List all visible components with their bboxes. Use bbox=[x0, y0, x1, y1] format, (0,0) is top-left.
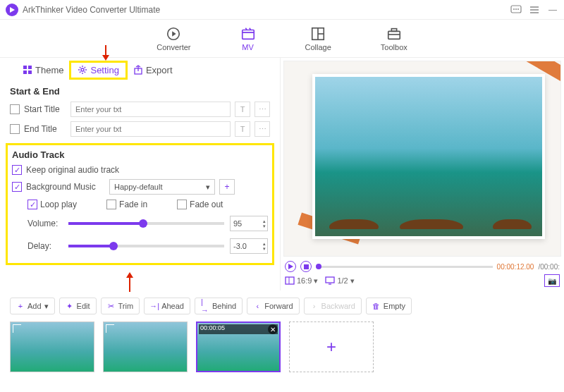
volume-slider[interactable] bbox=[68, 222, 224, 225]
start-title-text-style[interactable]: T bbox=[235, 102, 250, 117]
ratio-value: 16:9 bbox=[297, 276, 312, 285]
svg-point-23 bbox=[81, 68, 84, 71]
menu-icon[interactable] bbox=[529, 4, 540, 16]
delay-input[interactable]: -3.0 ▴▾ bbox=[230, 238, 268, 254]
ahead-button[interactable]: →|Ahead bbox=[144, 298, 190, 314]
clip-thumb-selected[interactable]: ✕ bbox=[196, 321, 281, 372]
aspect-ratio-select[interactable]: 16:9 ▾ bbox=[285, 276, 318, 286]
edit-button[interactable]: ✦Edit bbox=[59, 298, 97, 314]
chevron-down-icon: ▾ bbox=[44, 302, 49, 311]
clip-thumb[interactable] bbox=[10, 321, 94, 372]
svg-point-2 bbox=[513, 8, 515, 10]
volume-label: Volume: bbox=[27, 219, 63, 228]
clip-thumbnails: ✕ + bbox=[0, 317, 564, 376]
stepper-arrows-icon[interactable]: ▴▾ bbox=[263, 241, 266, 251]
clip-thumb[interactable] bbox=[103, 321, 188, 372]
trash-icon: 🗑 bbox=[372, 302, 381, 310]
remove-clip-button[interactable]: ✕ bbox=[268, 324, 278, 334]
end-title-options[interactable]: ⋯ bbox=[255, 121, 270, 137]
fade-out-checkbox[interactable] bbox=[177, 200, 187, 209]
left-panel: Theme Setting Export Start & End Start T… bbox=[0, 58, 281, 290]
annotation-arrow bbox=[124, 272, 135, 292]
start-title-label: Start Title bbox=[24, 104, 66, 114]
volume-value: 95 bbox=[233, 219, 242, 228]
end-title-input[interactable] bbox=[70, 121, 231, 137]
btn-label: Empty bbox=[384, 302, 405, 310]
btn-label: Behind bbox=[212, 302, 236, 310]
volume-input[interactable]: 95 ▴▾ bbox=[230, 216, 268, 231]
end-title-text-style[interactable]: T bbox=[235, 121, 250, 137]
play-button[interactable] bbox=[285, 261, 296, 272]
audio-track-panel: Audio Track Keep original audio track Ba… bbox=[6, 143, 274, 265]
bg-music-select[interactable]: Happy-default ▾ bbox=[109, 179, 215, 195]
forward-button[interactable]: ‹Forward bbox=[247, 298, 299, 314]
delay-slider[interactable] bbox=[68, 245, 224, 247]
bg-music-checkbox[interactable] bbox=[12, 182, 22, 192]
nav-toolbox[interactable]: Toolbox bbox=[381, 26, 407, 51]
behind-button[interactable]: |→Behind bbox=[195, 298, 243, 314]
section-start-end: Start & End bbox=[0, 82, 280, 99]
delay-value: -3.0 bbox=[233, 242, 247, 250]
tab-export[interactable]: Export bbox=[126, 62, 180, 78]
keep-original-checkbox[interactable] bbox=[12, 165, 22, 175]
tab-setting[interactable]: Setting bbox=[70, 62, 125, 78]
svg-rect-15 bbox=[391, 28, 396, 31]
nav-converter[interactable]: Converter bbox=[157, 26, 190, 51]
chevron-down-icon: ▾ bbox=[206, 183, 210, 192]
stepper-arrows-icon[interactable]: ▴▾ bbox=[263, 219, 266, 228]
bg-music-add-button[interactable]: + bbox=[219, 179, 235, 195]
start-title-options[interactable]: ⋯ bbox=[255, 102, 270, 117]
add-button[interactable]: +Add▾ bbox=[10, 298, 55, 314]
top-nav: Converter MV Collage Toolbox bbox=[0, 20, 564, 58]
bg-music-value: Happy-default bbox=[114, 183, 163, 191]
annotation-arrow bbox=[100, 44, 111, 61]
loop-label: Loop play bbox=[40, 200, 77, 209]
clip-toolbar: +Add▾ ✦Edit ✂Trim →|Ahead |→Behind ‹Forw… bbox=[0, 295, 564, 317]
end-title-checkbox[interactable] bbox=[10, 124, 20, 134]
svg-point-3 bbox=[515, 8, 517, 10]
tab-label: Theme bbox=[35, 65, 63, 75]
svg-marker-25 bbox=[126, 272, 133, 278]
btn-label: Ahead bbox=[161, 302, 184, 310]
left-tabs: Theme Setting Export bbox=[0, 58, 280, 82]
time-total: /00:00: bbox=[538, 263, 560, 271]
scissors-icon: ✂ bbox=[107, 302, 116, 311]
delay-label: Delay: bbox=[27, 241, 63, 251]
section-audio-track: Audio Track bbox=[12, 148, 268, 163]
start-title-input[interactable] bbox=[70, 102, 231, 117]
start-title-checkbox[interactable] bbox=[10, 104, 20, 114]
chevron-down-icon: ▾ bbox=[350, 276, 355, 286]
svg-rect-21 bbox=[23, 71, 27, 74]
minimize-icon[interactable]: — bbox=[547, 4, 558, 16]
time-current: 00:00:12.00 bbox=[497, 263, 534, 271]
loop-play-checkbox[interactable] bbox=[27, 200, 37, 209]
titlebar: ArkThinker Video Converter Ultimate — bbox=[0, 0, 564, 20]
nav-mv[interactable]: MV bbox=[240, 26, 256, 51]
fade-in-checkbox[interactable] bbox=[106, 200, 116, 209]
star-icon: ✦ bbox=[66, 302, 74, 311]
progress-bar[interactable] bbox=[316, 266, 493, 268]
feedback-icon[interactable] bbox=[510, 4, 522, 16]
snapshot-button[interactable]: 📷 bbox=[544, 274, 560, 287]
tab-label: Setting bbox=[90, 65, 118, 75]
back-icon: ‹ bbox=[253, 302, 262, 310]
tab-theme[interactable]: Theme bbox=[16, 62, 70, 78]
btn-label: Trim bbox=[118, 302, 134, 310]
scale-select[interactable]: 1/2 ▾ bbox=[325, 276, 354, 286]
empty-button[interactable]: 🗑Empty bbox=[366, 298, 412, 314]
svg-marker-27 bbox=[288, 264, 293, 269]
fwd-icon: › bbox=[310, 302, 319, 310]
svg-rect-14 bbox=[388, 31, 400, 39]
svg-point-4 bbox=[517, 8, 519, 10]
svg-rect-31 bbox=[326, 277, 334, 283]
add-clip-button[interactable]: + bbox=[289, 321, 374, 372]
svg-marker-9 bbox=[173, 31, 177, 36]
app-title: ArkThinker Video Converter Ultimate bbox=[23, 5, 510, 15]
preview-controls: 00:00:12.00/00:00: 16:9 ▾ 1/2 ▾ 📷 bbox=[281, 259, 564, 289]
stop-button[interactable] bbox=[300, 261, 312, 272]
svg-rect-20 bbox=[28, 66, 32, 69]
nav-collage[interactable]: Collage bbox=[305, 26, 331, 51]
btn-label: Add bbox=[27, 302, 42, 310]
trim-button[interactable]: ✂Trim bbox=[101, 298, 140, 314]
svg-rect-28 bbox=[304, 264, 309, 269]
